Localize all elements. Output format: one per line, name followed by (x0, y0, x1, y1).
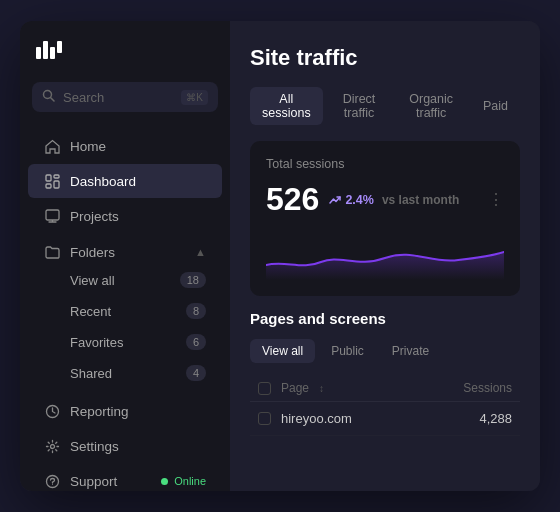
svg-rect-2 (50, 47, 55, 59)
sidebar-item-label-reporting: Reporting (70, 404, 206, 419)
sidebar-item-viewall[interactable]: View all 18 (28, 265, 222, 295)
svg-line-5 (51, 98, 55, 102)
search-kbd: ⌘K (181, 90, 208, 105)
svg-rect-7 (54, 175, 59, 178)
folders-title: Folders (44, 244, 115, 260)
sessions-column-header: Sessions (463, 381, 512, 395)
filter-tab-private[interactable]: Private (380, 339, 441, 363)
table-row: hireyoo.com 4,288 (250, 402, 520, 436)
page-column-header: Page (281, 381, 309, 395)
traffic-chart (266, 230, 504, 280)
sidebar-item-support[interactable]: Support Online (28, 464, 222, 491)
traffic-value: 526 2.4% vs last month (266, 181, 459, 218)
svg-rect-10 (46, 210, 59, 220)
row-page: hireyoo.com (281, 411, 352, 426)
folder-icon (44, 244, 60, 260)
sidebar-item-label-dashboard: Dashboard (70, 174, 206, 189)
sidebar-logo (20, 41, 230, 82)
search-icon (42, 89, 55, 105)
shared-badge: 4 (186, 365, 206, 381)
sidebar-item-label-projects: Projects (70, 209, 206, 224)
sidebar-item-shared[interactable]: Shared 4 (28, 358, 222, 388)
traffic-change: 2.4% vs last month (329, 193, 459, 207)
pages-section-title: Pages and screens (250, 310, 520, 327)
change-percent: 2.4% (345, 193, 374, 207)
favorites-badge: 6 (186, 334, 206, 350)
viewall-badge: 18 (180, 272, 206, 288)
svg-rect-0 (36, 47, 41, 59)
home-icon (44, 138, 60, 154)
vs-text: vs last month (382, 193, 459, 207)
page-title: Site traffic (250, 45, 520, 71)
row-sessions: 4,288 (479, 411, 512, 426)
sidebar-item-dashboard[interactable]: Dashboard (28, 164, 222, 198)
folders-section-header[interactable]: Folders ▲ (28, 234, 222, 264)
sidebar-item-projects[interactable]: Projects (28, 199, 222, 233)
filter-tab-viewall[interactable]: View all (250, 339, 315, 363)
table-header: Page ↕ Sessions (250, 375, 520, 402)
trend-up-icon (329, 194, 341, 206)
tab-all-sessions[interactable]: All sessions (250, 87, 323, 125)
projects-icon (44, 208, 60, 224)
status-text: Online (174, 475, 206, 487)
sidebar-item-reporting[interactable]: Reporting (28, 394, 222, 428)
recent-label: Recent (70, 304, 111, 319)
filter-tab-public[interactable]: Public (319, 339, 376, 363)
sidebar-item-label-support: Support (70, 474, 151, 489)
tab-organic-traffic[interactable]: Organic traffic (395, 87, 467, 125)
sort-icon: ↕ (319, 383, 324, 394)
pages-filter-tabs: View all Public Private (250, 339, 520, 363)
folders-section-label: Folders (70, 245, 115, 260)
svg-rect-9 (46, 184, 51, 188)
svg-rect-1 (43, 41, 48, 59)
select-all-checkbox[interactable] (258, 382, 271, 395)
table-row-left: hireyoo.com (258, 411, 352, 426)
traffic-value-row: 526 2.4% vs last month ⋮ (266, 181, 504, 218)
more-options-button[interactable]: ⋮ (488, 192, 504, 208)
reporting-icon (44, 403, 60, 419)
svg-rect-6 (46, 175, 51, 181)
svg-point-14 (50, 444, 54, 448)
sidebar-item-home[interactable]: Home (28, 129, 222, 163)
viewall-label: View all (70, 273, 115, 288)
shared-label: Shared (70, 366, 112, 381)
svg-rect-3 (57, 41, 62, 53)
search-box[interactable]: Search ⌘K (32, 82, 218, 112)
traffic-tabs: All sessions Direct traffic Organic traf… (250, 87, 520, 125)
status-dot (161, 478, 168, 485)
chart-svg (266, 230, 504, 280)
pages-section: Pages and screens View all Public Privat… (250, 310, 520, 436)
sidebar: Search ⌘K Home (20, 21, 230, 491)
logo-icon (36, 41, 68, 66)
chevron-up-icon: ▲ (195, 246, 206, 258)
tab-direct-traffic[interactable]: Direct traffic (327, 87, 392, 125)
dashboard-icon (44, 173, 60, 189)
online-status: Online (161, 475, 206, 487)
recent-badge: 8 (186, 303, 206, 319)
svg-point-16 (52, 484, 53, 485)
traffic-card: Total sessions 526 2.4% vs last month ⋮ (250, 141, 520, 296)
settings-icon (44, 438, 60, 454)
nav-section: Home Dashboard (20, 128, 230, 491)
sidebar-item-label-home: Home (70, 139, 206, 154)
main-content: Site traffic All sessions Direct traffic… (230, 21, 540, 491)
traffic-card-label: Total sessions (266, 157, 504, 171)
support-icon (44, 473, 60, 489)
app-window: Search ⌘K Home (20, 21, 540, 491)
sidebar-item-label-settings: Settings (70, 439, 206, 454)
sidebar-item-recent[interactable]: Recent 8 (28, 296, 222, 326)
tab-paid[interactable]: Paid (471, 87, 520, 125)
svg-rect-8 (54, 181, 59, 188)
sidebar-item-favorites[interactable]: Favorites 6 (28, 327, 222, 357)
table-header-left: Page ↕ (258, 381, 324, 395)
favorites-label: Favorites (70, 335, 123, 350)
traffic-number: 526 (266, 181, 319, 218)
sidebar-item-settings[interactable]: Settings (28, 429, 222, 463)
search-placeholder: Search (63, 90, 173, 105)
row-checkbox[interactable] (258, 412, 271, 425)
